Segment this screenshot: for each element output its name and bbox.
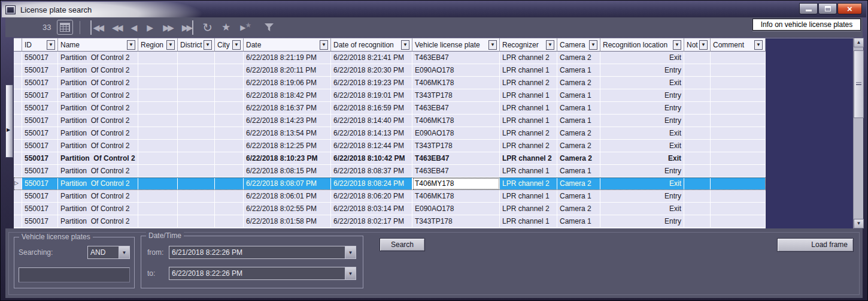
column-header-id[interactable]: ID▼ [22, 38, 58, 52]
cell-camera[interactable]: Camera 2 [557, 152, 600, 165]
cell-city[interactable] [215, 89, 244, 102]
column-header-recognizer[interactable]: Recognizer▼ [500, 38, 557, 52]
row-selector[interactable] [14, 89, 22, 102]
cell-location[interactable]: Entry [600, 190, 684, 203]
cell-region[interactable] [138, 203, 178, 215]
cell-region[interactable] [138, 115, 178, 127]
cell-date[interactable]: 6/22/2018 8:12:25 PM [244, 140, 331, 152]
row-selector[interactable] [14, 64, 22, 77]
cell-name[interactable]: Partition Of Control 2 [58, 177, 138, 190]
cell-id[interactable]: 550017 [22, 190, 58, 203]
column-filter-dropdown-icon[interactable]: ▼ [47, 40, 55, 50]
cell-note[interactable] [684, 89, 711, 102]
cell-date[interactable]: 6/22/2018 8:14:23 PM [244, 115, 331, 127]
cell-city[interactable] [215, 127, 244, 140]
cell-location[interactable]: Exit [600, 140, 684, 152]
cell-plate[interactable]: T406MK178 [412, 77, 500, 89]
cell-date[interactable]: 6/22/2018 8:02:55 PM [244, 203, 331, 215]
cell-id[interactable]: 550017 [22, 215, 58, 228]
cell-plate[interactable]: T463EB47 [412, 52, 500, 64]
column-header-region[interactable]: Region▼ [138, 38, 178, 52]
cell-camera[interactable]: Camera 1 [557, 89, 600, 102]
cell-note[interactable] [684, 152, 711, 165]
table-row[interactable]: 550017Partition Of Control 26/22/2018 8:… [14, 215, 766, 228]
cell-plate[interactable]: T343TP178 [412, 89, 500, 102]
cell-date_of_recognition[interactable]: 6/22/2018 8:02:17 PM [331, 215, 412, 228]
column-header-date[interactable]: Date▼ [244, 38, 331, 52]
cell-id[interactable]: 550017 [22, 115, 58, 127]
table-row[interactable]: ▷550017Partition Of Control 26/22/2018 8… [14, 177, 766, 190]
cell-location[interactable]: Exit [600, 152, 684, 165]
cell-region[interactable] [138, 89, 178, 102]
table-row[interactable]: 550017Partition Of Control 26/22/2018 8:… [14, 64, 766, 77]
cell-recognizer[interactable]: LPR channel 1 [500, 165, 557, 177]
row-selector[interactable] [14, 203, 22, 215]
cell-note[interactable] [684, 203, 711, 215]
chevron-down-icon[interactable]: ▼ [345, 246, 356, 258]
cell-date_of_recognition[interactable]: 6/22/2018 8:19:01 PM [331, 89, 412, 102]
cell-district[interactable] [178, 77, 215, 89]
cell-city[interactable] [215, 64, 244, 77]
cell-recognizer[interactable]: LPR channel 1 [500, 115, 557, 127]
cell-district[interactable] [178, 203, 215, 215]
column-filter-dropdown-icon[interactable]: ▼ [754, 40, 763, 50]
cell-date[interactable]: 6/22/2018 8:01:58 PM [244, 215, 331, 228]
cell-name[interactable]: Partition Of Control 2 [58, 127, 138, 140]
column-header-comment[interactable]: Comment▼ [711, 38, 766, 52]
cell-plate[interactable]: T343TP178 [412, 215, 500, 228]
cell-date_of_recognition[interactable]: 6/22/2018 8:12:44 PM [331, 140, 412, 152]
cell-comment[interactable] [711, 89, 766, 102]
table-row[interactable]: 550017Partition Of Control 26/22/2018 8:… [14, 190, 766, 203]
cell-name[interactable]: Partition Of Control 2 [58, 102, 138, 115]
cell-note[interactable] [684, 52, 711, 64]
cell-city[interactable] [215, 77, 244, 89]
grid-view-button[interactable] [57, 20, 73, 35]
column-header-city[interactable]: City▼ [215, 38, 244, 52]
cell-comment[interactable] [711, 152, 766, 165]
cell-comment[interactable] [711, 215, 766, 228]
cell-name[interactable]: Partition Of Control 2 [58, 190, 138, 203]
column-filter-dropdown-icon[interactable]: ▼ [204, 40, 212, 50]
cell-date_of_recognition[interactable]: 6/22/2018 8:08:24 PM [331, 177, 412, 190]
cell-plate[interactable]: E090AO178 [412, 64, 500, 77]
cell-comment[interactable] [711, 115, 766, 127]
cell-recognizer[interactable]: LPR channel 1 [500, 89, 557, 102]
cell-region[interactable] [138, 190, 178, 203]
cell-id[interactable]: 550017 [22, 102, 58, 115]
cell-city[interactable] [215, 190, 244, 203]
cell-recognizer[interactable]: LPR channel 2 [500, 177, 557, 190]
chevron-down-icon[interactable]: ▼ [345, 267, 356, 279]
cell-district[interactable] [178, 165, 215, 177]
refresh-icon[interactable]: ↻ [202, 20, 213, 35]
cell-note[interactable] [684, 127, 711, 140]
cell-camera[interactable]: Camera 2 [557, 52, 600, 64]
table-row[interactable]: 550017Partition Of Control 26/22/2018 8:… [14, 203, 766, 215]
cell-camera[interactable]: Camera 1 [557, 64, 600, 77]
cell-date_of_recognition[interactable]: 6/22/2018 8:10:42 PM [331, 152, 412, 165]
cell-location[interactable]: Exit [600, 52, 684, 64]
cell-location[interactable]: Entry [600, 64, 684, 77]
row-selector[interactable] [14, 102, 22, 115]
cell-location[interactable]: Entry [600, 215, 684, 228]
column-filter-dropdown-icon[interactable]: ▼ [127, 40, 135, 50]
cell-name[interactable]: Partition Of Control 2 [58, 89, 138, 102]
cell-district[interactable] [178, 140, 215, 152]
cell-comment[interactable] [711, 177, 766, 190]
cell-comment[interactable] [711, 52, 766, 64]
cell-location[interactable]: Entry [600, 165, 684, 177]
column-filter-dropdown-icon[interactable]: ▼ [320, 40, 328, 50]
cell-date[interactable]: 6/22/2018 8:20:11 PM [244, 64, 331, 77]
cell-region[interactable] [138, 177, 178, 190]
cell-id[interactable]: 550017 [22, 52, 58, 64]
cell-plate[interactable]: T406MK178 [412, 115, 500, 127]
cell-city[interactable] [215, 152, 244, 165]
to-date-combo[interactable]: 6/22/2018 8:22:26 PM ▼ [169, 267, 356, 280]
cell-camera[interactable]: Camera 2 [557, 177, 600, 190]
cell-id[interactable]: 550017 [22, 177, 58, 190]
filter-icon[interactable] [264, 23, 274, 32]
column-filter-dropdown-icon[interactable]: ▼ [546, 40, 554, 50]
cell-recognizer[interactable]: LPR channel 2 [500, 152, 557, 165]
cell-region[interactable] [138, 215, 178, 228]
cell-date_of_recognition[interactable]: 6/22/2018 8:20:30 PM [331, 64, 412, 77]
cell-district[interactable] [178, 177, 215, 190]
